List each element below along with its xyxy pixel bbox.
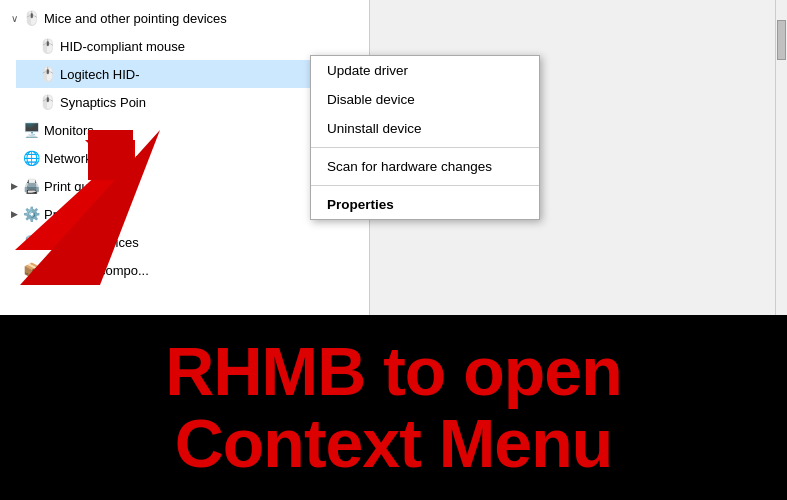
mice-label: Mice and other pointing devices [44, 11, 227, 26]
context-menu-scan-hardware[interactable]: Scan for hardware changes [311, 152, 539, 181]
logitech-icon: 🖱️ [38, 65, 56, 83]
logitech-label: Logitech HID- [60, 67, 139, 82]
expand-arrow-hid [24, 40, 36, 52]
bottom-text-area: RHMB to open Context Menu [0, 315, 787, 500]
scrollbar-thumb[interactable] [777, 20, 786, 60]
context-menu: Update driver Disable device Uninstall d… [310, 55, 540, 220]
scrollbar[interactable] [775, 0, 787, 315]
hid-mouse-label: HID-compliant mouse [60, 39, 185, 54]
context-menu-uninstall-device[interactable]: Uninstall device [311, 114, 539, 143]
expand-arrow-logitech [24, 68, 36, 80]
expand-arrow-mice: ∨ [8, 12, 20, 24]
red-curved-arrow [0, 100, 180, 290]
context-menu-disable-device[interactable]: Disable device [311, 85, 539, 114]
context-menu-properties[interactable]: Properties [311, 190, 539, 219]
tree-item-mice[interactable]: ∨ 🖱️ Mice and other pointing devices [0, 4, 369, 32]
context-menu-separator-1 [311, 147, 539, 148]
screenshot-area: ∨ 🖱️ Mice and other pointing devices 🖱️ … [0, 0, 787, 315]
svg-rect-3 [88, 130, 133, 180]
hid-mouse-icon: 🖱️ [38, 37, 56, 55]
context-menu-update-driver[interactable]: Update driver [311, 56, 539, 85]
mice-icon: 🖱️ [22, 9, 40, 27]
bottom-line2: Context Menu [175, 408, 613, 479]
bottom-line1: RHMB to open [165, 336, 621, 407]
context-menu-separator-2 [311, 185, 539, 186]
